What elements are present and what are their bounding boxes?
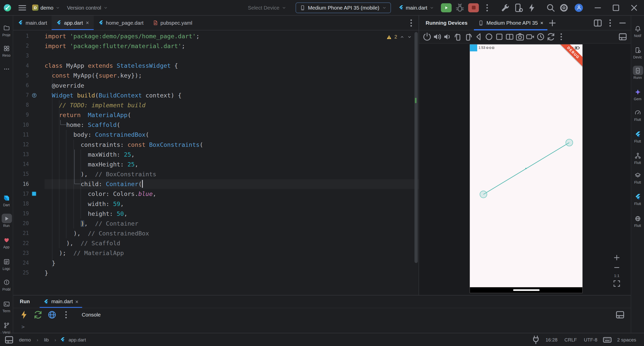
editor-tab-main.dart[interactable]: main.dart	[13, 16, 52, 30]
user-icon	[576, 5, 581, 10]
breadcrumb-folder[interactable]: lib	[42, 336, 51, 343]
tab-options-icon[interactable]	[406, 18, 416, 28]
previous-problem-icon[interactable]	[400, 34, 405, 40]
volume-down-icon[interactable]	[443, 32, 453, 42]
tool-stripe-item-running-devices[interactable]: Runn	[631, 66, 644, 80]
volume-up-icon[interactable]	[433, 32, 442, 42]
tool-stripe-item-flutter-network[interactable]: Flutt	[631, 214, 644, 228]
tool-stripe-item-problems[interactable]: Probl	[0, 277, 13, 291]
hot-reload-icon[interactable]	[19, 310, 29, 320]
tool-stripe-item-flutter-performance[interactable]: Flutt	[631, 108, 644, 122]
minimize-button[interactable]	[593, 3, 603, 13]
inspections-widget[interactable]: 2	[384, 33, 415, 41]
display-mode-icon[interactable]	[618, 32, 628, 42]
panel-options-icon[interactable]	[605, 18, 615, 28]
device-selector[interactable]: Medium Phone API 35 (mobile)	[296, 2, 391, 13]
file-encoding[interactable]: UTF-8	[582, 336, 599, 343]
more-actions-icon[interactable]	[482, 3, 492, 13]
split-panel-icon[interactable]	[593, 18, 603, 28]
screen-record-icon[interactable]	[526, 32, 535, 42]
tool-stripe-item-flutter-inspector[interactable]: Flutt	[631, 129, 644, 143]
overview-icon[interactable]	[495, 32, 504, 42]
device-manager-icon[interactable]	[513, 3, 523, 13]
console-output[interactable]: >	[13, 321, 631, 332]
zoom-reset-button[interactable]: 1:1	[614, 273, 620, 278]
rotate-left-icon[interactable]	[453, 32, 463, 42]
indent-setting[interactable]: 2 spaces	[615, 336, 638, 343]
search-everywhere-icon[interactable]	[546, 3, 555, 13]
tool-window-layout-icon[interactable]	[4, 335, 14, 344]
run-more-options-icon[interactable]	[61, 310, 71, 320]
tool-stripe-item-terminal[interactable]: Term	[0, 299, 13, 313]
version-control-menu[interactable]: Version control	[65, 4, 110, 11]
more-device-actions-icon[interactable]	[556, 32, 566, 42]
tool-stripe-item-flutter-tool[interactable]: Flutt	[631, 192, 644, 206]
close-tab-icon[interactable]: ×	[86, 20, 89, 25]
fold-device-icon[interactable]	[505, 32, 514, 42]
override-icon[interactable]	[31, 92, 37, 98]
settings-icon[interactable]	[559, 3, 569, 13]
editor-config-icon[interactable]	[602, 335, 612, 344]
device-screen[interactable]: 1:53 3G DEB	[470, 44, 582, 293]
breadcrumb-file[interactable]: app.dart	[66, 336, 88, 343]
debug-button[interactable]	[455, 3, 465, 13]
run-configuration-selector[interactable]: main.dart	[397, 4, 436, 11]
color-preview-swatch[interactable]	[32, 191, 36, 196]
zoom-out-button[interactable]	[613, 263, 621, 272]
tool-stripe-item-flutter-outline[interactable]: Flutt	[631, 151, 644, 165]
fit-screen-button[interactable]	[613, 280, 621, 288]
add-device-tab-icon[interactable]	[547, 18, 557, 28]
close-device-tab-icon[interactable]: ×	[540, 20, 543, 26]
tool-stripe-item-project[interactable]: Proje	[0, 23, 13, 37]
build-tools-icon[interactable]	[500, 3, 510, 13]
console-label[interactable]: Console	[82, 312, 101, 318]
stop-button[interactable]	[468, 3, 479, 12]
select-device-dropdown[interactable]: Select Device	[246, 4, 288, 11]
tool-stripe-item-resource-manager[interactable]: Reso	[0, 44, 13, 57]
tool-stripe-item-notifications[interactable]: Notif	[631, 24, 644, 38]
code-editor[interactable]: 1234567891011121314151617181920212223242…	[13, 30, 419, 295]
close-run-tab-icon[interactable]: ×	[75, 299, 78, 305]
layout-settings-icon[interactable]	[615, 310, 625, 320]
snapshot-icon[interactable]	[536, 32, 545, 42]
hot-restart-icon[interactable]	[33, 310, 43, 320]
hide-panel-icon[interactable]	[618, 18, 627, 28]
next-problem-icon[interactable]	[407, 34, 412, 40]
tool-stripe-item-logcat[interactable]: Logc	[0, 257, 13, 271]
close-button[interactable]	[629, 3, 639, 13]
zoom-in-button[interactable]	[613, 254, 621, 262]
editor-tab-home_page.dart[interactable]: home_page.dart	[94, 16, 148, 30]
gesture-pill[interactable]	[513, 289, 539, 291]
tool-stripe-item-more-tool-windows[interactable]	[0, 64, 13, 74]
screenshot-icon[interactable]	[515, 32, 525, 42]
power-icon[interactable]	[422, 32, 432, 42]
editor-tab-pubspec.yaml[interactable]: pubspec.yaml	[148, 16, 197, 30]
open-devtools-icon[interactable]	[47, 310, 57, 320]
avatar[interactable]	[575, 4, 583, 12]
restart-device-icon[interactable]	[546, 32, 556, 42]
code-area[interactable]: import 'package:demo/pages/home_page.dar…	[45, 30, 419, 295]
plug-icon[interactable]	[531, 335, 541, 344]
device-tab[interactable]: Medium Phone API 35 ×	[474, 15, 548, 30]
tool-stripe-item-dart-analysis[interactable]: Dart	[0, 193, 13, 207]
maximize-button[interactable]	[611, 3, 621, 13]
tool-stripe-item-app-quality-insights[interactable]: App	[0, 235, 13, 249]
tool-stripe-item-flutter-coverage[interactable]: Flutt	[631, 170, 644, 184]
run-button[interactable]	[441, 3, 452, 12]
main-menu-icon[interactable]	[17, 3, 27, 13]
run-tab[interactable]: main.dart ×	[40, 295, 82, 308]
home-icon[interactable]	[484, 32, 494, 42]
tool-stripe-item-version-control[interactable]: Versi	[0, 321, 13, 334]
line-separator[interactable]: CRLF	[562, 336, 579, 343]
tool-stripe-item-gemini[interactable]: Gem	[631, 87, 644, 101]
caret-position[interactable]: 16:28	[544, 336, 560, 343]
breadcrumb-project[interactable]: demo	[17, 336, 33, 343]
back-icon[interactable]	[474, 32, 484, 42]
tool-stripe-item-run[interactable]: Run	[0, 214, 13, 228]
tool-stripe-item-device-manager[interactable]: Devic	[631, 45, 644, 59]
project-selector[interactable]: D demo	[30, 4, 62, 12]
rotate-right-icon[interactable]	[464, 32, 473, 42]
editor-tab-app.dart[interactable]: app.dart ×	[52, 16, 94, 30]
profiler-icon[interactable]	[527, 3, 537, 13]
editor-scrollbar[interactable]	[415, 32, 418, 263]
